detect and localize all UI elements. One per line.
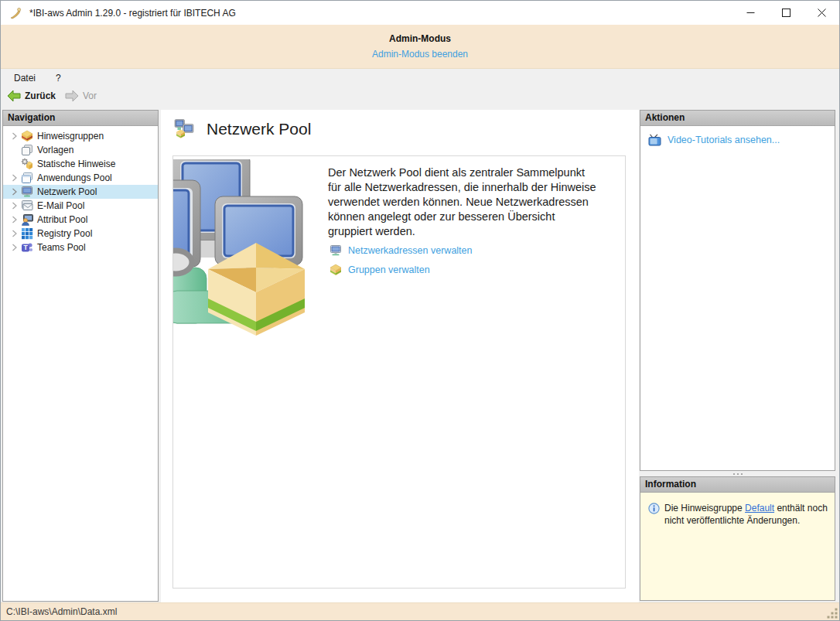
manage-network-addresses-link[interactable]: Netzwerkadressen verwalten <box>330 244 473 257</box>
data-file-path: C:\IBI-aws\Admin\Data.xml <box>6 606 117 617</box>
teams-pool-icon: T <box>20 241 34 254</box>
statusbar: C:\IBI-aws\Admin\Data.xml <box>1 602 839 620</box>
link-label: Gruppen verwalten <box>348 264 430 275</box>
link-label: Netzwerkadressen verwalten <box>348 245 473 256</box>
nav-item-label: Anwendungs Pool <box>37 172 112 183</box>
back-arrow-icon <box>7 90 21 102</box>
nav-item-attribut-pool[interactable]: Attribut Pool <box>3 213 158 227</box>
chevron-right-icon[interactable] <box>9 230 20 237</box>
content-panel: Der Netzwerk Pool dient als zentraler Sa… <box>172 155 626 589</box>
nav-item-label: Hinweisgruppen <box>37 131 104 142</box>
nav-item-label: Attribut Pool <box>37 214 87 225</box>
titlebar: *IBI-aws Admin 1.29.0 - registriert für … <box>1 1 839 25</box>
pool-description: Der Netzwerk Pool dient als zentraler Sa… <box>328 165 625 239</box>
navigation-tree: Hinweisgruppen Vorlagen <box>3 126 158 254</box>
monitor-icon <box>330 244 342 257</box>
attribute-pool-icon <box>20 213 34 226</box>
nav-item-label: Statische Hinweise <box>37 159 115 169</box>
back-button[interactable]: Zurück <box>7 90 56 102</box>
maximize-icon <box>782 9 790 17</box>
default-group-link[interactable]: Default <box>745 503 774 514</box>
main-content: Netzwerk Pool <box>161 110 639 602</box>
nav-item-hinweisgruppen[interactable]: Hinweisgruppen <box>3 129 158 143</box>
menubar: Datei ? <box>1 69 839 84</box>
information-header: Information <box>640 477 835 493</box>
network-pool-header-icon <box>174 118 195 139</box>
menu-help[interactable]: ? <box>53 72 63 84</box>
video-tutorials-link[interactable]: Video-Tutorials ansehen... <box>640 126 835 146</box>
video-link-label: Video-Tutorials ansehen... <box>668 135 780 145</box>
nav-item-label: Registry Pool <box>37 228 92 239</box>
nav-item-vorlagen[interactable]: Vorlagen <box>3 143 158 157</box>
nav-item-registry-pool[interactable]: Registry Pool <box>3 227 158 241</box>
tv-icon <box>648 134 661 146</box>
nav-item-label: Netzwerk Pool <box>37 186 97 197</box>
close-icon <box>818 9 826 17</box>
close-button[interactable] <box>804 1 839 25</box>
toolbar: Zurück Vor <box>1 84 839 102</box>
chevron-right-icon[interactable] <box>9 174 20 182</box>
chevron-right-icon[interactable] <box>9 244 20 251</box>
resize-grip-icon[interactable] <box>827 608 838 619</box>
nav-item-label: Teams Pool <box>37 242 86 253</box>
chevron-right-icon[interactable] <box>9 188 20 196</box>
navigation-panel: Navigation Hinweisgruppen <box>2 110 159 602</box>
actions-header: Aktionen <box>640 111 835 126</box>
information-text: Die Hinweisgruppe Default enthält noch n… <box>664 502 828 527</box>
panel-splitter[interactable] <box>640 471 835 476</box>
exit-admin-mode-link[interactable]: Admin-Modus beenden <box>372 49 468 60</box>
static-notices-icon <box>20 158 34 170</box>
window-controls <box>732 1 839 25</box>
information-body: Die Hinweisgruppe Default enthält noch n… <box>640 493 835 527</box>
window-title: *IBI-aws Admin 1.29.0 - registriert für … <box>29 8 236 19</box>
menu-datei[interactable]: Datei <box>12 72 38 84</box>
workspace: Navigation Hinweisgruppen <box>1 110 839 602</box>
nav-item-netzwerk-pool[interactable]: Netzwerk Pool <box>3 185 158 199</box>
ibi-aws-app-icon <box>9 7 22 19</box>
application-pool-icon <box>20 172 34 184</box>
quick-links: Netzwerkadressen verwalten Gruppen verwa… <box>330 244 473 276</box>
information-panel: Information Die Hinweisgruppe Default en… <box>640 476 835 601</box>
menu-toolbar-area: Datei ? Zurück Vor <box>1 69 839 110</box>
manage-groups-link[interactable]: Gruppen verwalten <box>330 264 473 276</box>
actions-panel: Aktionen Video-Tutorials ansehen... <box>640 110 835 471</box>
network-pool-illustration <box>172 159 313 339</box>
network-pool-icon <box>20 186 34 198</box>
info-icon <box>648 503 660 514</box>
package-icon <box>330 264 342 276</box>
info-text-before: Die Hinweisgruppe <box>664 503 745 514</box>
forward-label: Vor <box>83 90 97 101</box>
nav-item-teams-pool[interactable]: T Teams Pool <box>3 241 158 254</box>
forward-button[interactable]: Vor <box>65 90 97 102</box>
app-window: *IBI-aws Admin 1.29.0 - registriert für … <box>0 0 840 621</box>
maximize-button[interactable] <box>768 1 804 25</box>
nav-item-label: Vorlagen <box>37 145 73 155</box>
admin-mode-banner: Admin-Modus Admin-Modus beenden <box>1 25 839 69</box>
admin-mode-title: Admin-Modus <box>389 33 451 44</box>
back-label: Zurück <box>25 90 56 101</box>
svg-text:T: T <box>23 244 28 251</box>
chevron-right-icon[interactable] <box>9 216 20 223</box>
nav-item-email-pool[interactable]: E-Mail Pool <box>3 199 158 213</box>
email-pool-icon <box>20 200 34 212</box>
chevron-right-icon[interactable] <box>9 132 20 140</box>
content-header: Netzwerk Pool <box>174 118 311 139</box>
page-title: Netzwerk Pool <box>207 120 311 138</box>
chevron-right-icon[interactable] <box>9 202 20 210</box>
navigation-header: Navigation <box>3 111 158 126</box>
minimize-button[interactable] <box>732 1 768 25</box>
nav-item-statische-hinweise[interactable]: Statische Hinweise <box>3 157 158 171</box>
registry-pool-icon <box>20 227 34 240</box>
notice-groups-icon <box>20 130 34 142</box>
nav-item-label: E-Mail Pool <box>37 200 84 211</box>
nav-item-anwendungs-pool[interactable]: Anwendungs Pool <box>3 171 158 185</box>
forward-arrow-icon <box>65 90 79 102</box>
templates-icon <box>20 144 34 156</box>
minimize-icon <box>746 9 755 17</box>
